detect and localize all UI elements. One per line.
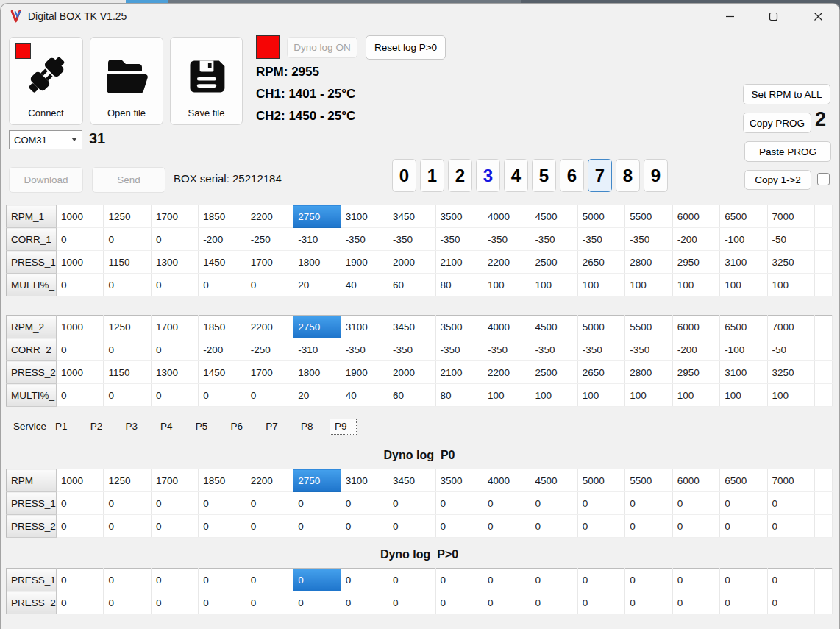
table-cell[interactable]: 0 <box>483 515 530 538</box>
table-cell[interactable]: -200 <box>672 338 719 361</box>
table-cell[interactable]: 0 <box>151 569 198 591</box>
table-cell[interactable]: -350 <box>435 338 483 361</box>
table-cell[interactable]: 0 <box>341 492 388 515</box>
table-cell[interactable]: 0 <box>246 569 293 591</box>
table-cell[interactable]: 0 <box>625 515 672 538</box>
table-cell[interactable]: 0 <box>104 228 151 251</box>
table-cell[interactable]: -200 <box>672 228 719 251</box>
table-cell[interactable]: 0 <box>625 591 672 614</box>
table-cell[interactable]: 0 <box>199 515 246 538</box>
table-cell[interactable]: 0 <box>767 569 814 591</box>
table-cell[interactable]: 100 <box>672 274 719 296</box>
paste-prog-button[interactable]: Paste PROG <box>744 141 831 162</box>
table-cell[interactable]: -50 <box>767 338 814 361</box>
table-cell[interactable]: 1700 <box>246 251 293 274</box>
table-cell[interactable]: 2800 <box>625 361 672 384</box>
table-cell[interactable]: 0 <box>104 515 151 538</box>
maximize-button[interactable] <box>756 4 790 28</box>
table-cell[interactable]: 0 <box>767 515 814 538</box>
table-cell[interactable]: 3450 <box>388 205 435 228</box>
table-cell[interactable]: 2200 <box>246 316 293 338</box>
table-cell[interactable]: 0 <box>57 338 104 361</box>
table-cell[interactable]: 100 <box>720 384 767 407</box>
table-cell[interactable]: 100 <box>720 274 767 296</box>
table-cell[interactable]: 3450 <box>388 316 435 338</box>
table-cell[interactable]: 1250 <box>104 469 151 492</box>
tab-p6[interactable]: P6 <box>231 421 243 432</box>
close-button[interactable] <box>801 4 835 28</box>
table-cell[interactable]: 0 <box>388 515 435 538</box>
table-cell[interactable]: 0 <box>246 515 293 538</box>
tab-p8[interactable]: P8 <box>301 421 313 432</box>
table-cell[interactable]: 0 <box>672 569 719 591</box>
table-cell[interactable]: 1250 <box>104 205 151 228</box>
tab-p9[interactable]: P9 <box>330 419 357 435</box>
table-cell[interactable]: 7000 <box>767 469 814 492</box>
copy-1-to-2-checkbox[interactable] <box>817 173 830 185</box>
digit-button-0[interactable]: 0 <box>392 159 416 192</box>
table-cell[interactable]: 1800 <box>293 361 341 384</box>
table-cell[interactable]: -350 <box>341 228 388 251</box>
table-cell[interactable]: 1450 <box>199 251 246 274</box>
minimize-button[interactable] <box>713 4 747 28</box>
table-cell[interactable]: 60 <box>388 384 435 407</box>
tab-p4[interactable]: P4 <box>160 421 173 432</box>
table-cell[interactable]: 1850 <box>199 205 246 228</box>
table-cell[interactable]: 100 <box>483 384 530 407</box>
table-cell[interactable]: 1150 <box>104 251 151 274</box>
table-cell[interactable]: 100 <box>767 274 814 296</box>
table-cell[interactable]: 0 <box>530 492 577 515</box>
digit-button-4[interactable]: 4 <box>504 159 528 192</box>
table-cell[interactable]: 0 <box>625 492 672 515</box>
table-cell[interactable]: -200 <box>199 228 246 251</box>
table-cell[interactable]: 6000 <box>672 316 719 338</box>
table-cell[interactable]: 2500 <box>530 361 577 384</box>
table-cell[interactable]: -250 <box>246 228 293 251</box>
table-cell[interactable]: 0 <box>530 515 577 538</box>
table-cell[interactable]: 0 <box>104 492 151 515</box>
table-cell[interactable]: 1450 <box>199 361 246 384</box>
table-cell[interactable]: 6500 <box>720 469 767 492</box>
table-cell[interactable]: 0 <box>435 569 483 591</box>
table-cell[interactable]: 2200 <box>246 205 293 228</box>
table-cell[interactable]: 2650 <box>577 361 624 384</box>
tab-p3[interactable]: P3 <box>125 421 138 432</box>
table-cell[interactable]: 100 <box>767 384 814 407</box>
digit-button-6[interactable]: 6 <box>560 159 584 192</box>
table-cell[interactable]: 0 <box>151 492 198 515</box>
table-cell[interactable]: 5000 <box>577 469 624 492</box>
table-cell[interactable]: 100 <box>577 384 624 407</box>
table-cell[interactable]: -350 <box>483 338 530 361</box>
table-cell[interactable]: 0 <box>104 591 151 614</box>
com-port-select[interactable]: COM31 <box>9 130 82 149</box>
table-cell[interactable]: 3100 <box>341 205 388 228</box>
table-cell[interactable]: 3250 <box>767 251 814 274</box>
table-cell[interactable]: 20 <box>293 274 341 296</box>
table-cell[interactable]: 0 <box>293 569 341 591</box>
table-cell[interactable]: 5500 <box>625 316 672 338</box>
table-cell[interactable]: 20 <box>293 384 341 407</box>
digit-button-8[interactable]: 8 <box>616 159 640 192</box>
table-cell[interactable]: 0 <box>672 492 719 515</box>
table-cell[interactable]: 1300 <box>151 251 198 274</box>
table-cell[interactable]: 1000 <box>57 361 104 384</box>
table-cell[interactable]: 0 <box>57 515 104 538</box>
table-cell[interactable]: 1700 <box>246 361 293 384</box>
save-file-button[interactable]: Save file <box>170 37 243 125</box>
table-cell[interactable]: 0 <box>341 569 388 591</box>
table-cell[interactable]: 0 <box>672 515 719 538</box>
table-cell[interactable]: 0 <box>57 492 104 515</box>
table-cell[interactable]: 0 <box>57 569 104 591</box>
table-cell[interactable]: 3500 <box>435 205 483 228</box>
table-cell[interactable]: 0 <box>577 492 624 515</box>
table-cell[interactable]: 100 <box>577 274 624 296</box>
table-cell[interactable]: 0 <box>293 591 341 614</box>
table-cell[interactable]: 0 <box>577 569 624 591</box>
digit-button-3[interactable]: 3 <box>476 159 500 192</box>
table-cell[interactable]: 0 <box>199 569 246 591</box>
table-cell[interactable]: 2750 <box>293 316 341 338</box>
table-cell[interactable]: 0 <box>767 492 814 515</box>
table-cell[interactable]: 40 <box>341 384 388 407</box>
connect-button[interactable]: Connect <box>9 37 83 125</box>
table-cell[interactable]: 2200 <box>483 251 530 274</box>
